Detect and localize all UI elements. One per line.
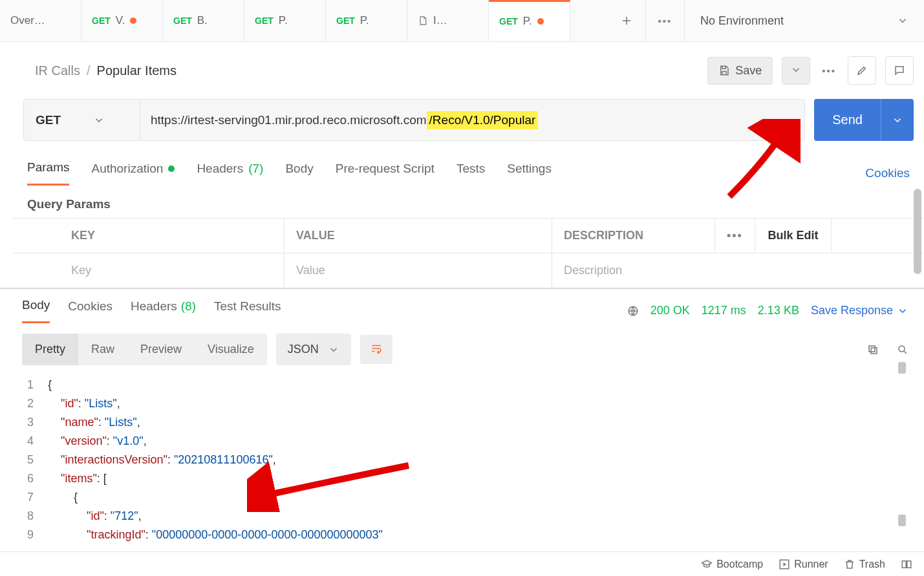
svg-rect-5 — [902, 560, 906, 568]
tab-authorization[interactable]: Authorization — [91, 162, 175, 185]
view-preview[interactable]: Preview — [127, 334, 195, 365]
wrap-icon — [371, 343, 382, 354]
chevron-down-icon — [897, 15, 908, 27]
request-tab[interactable]: GETP. — [326, 0, 407, 41]
response-size: 2.13 KB — [758, 304, 799, 317]
pencil-icon — [856, 65, 868, 76]
bulk-edit-button[interactable]: Bulk Edit — [755, 219, 832, 253]
body-format-selector[interactable]: JSON — [276, 334, 351, 365]
environment-label: No Environment — [700, 14, 784, 28]
param-value-input[interactable]: Value — [285, 253, 552, 288]
chevron-down-icon — [328, 344, 339, 356]
comment-icon — [894, 65, 905, 76]
request-tab[interactable]: GETP. — [489, 0, 570, 41]
graduation-icon — [701, 559, 713, 570]
view-raw[interactable]: Raw — [78, 334, 127, 365]
dots-icon: ••• — [658, 16, 672, 27]
view-pretty[interactable]: Pretty — [22, 334, 78, 365]
tab-settings[interactable]: Settings — [507, 162, 552, 185]
tab-body[interactable]: Body — [285, 162, 313, 185]
query-params-heading: Query Params — [13, 186, 924, 218]
unsaved-dot-icon — [130, 17, 136, 24]
col-options[interactable]: ••• — [715, 219, 755, 253]
view-visualize[interactable]: Visualize — [195, 334, 267, 365]
dots-icon: ••• — [822, 65, 836, 76]
save-button[interactable]: Save — [707, 57, 773, 85]
svg-point-3 — [899, 346, 905, 352]
wrap-lines-button[interactable] — [360, 335, 392, 364]
svg-rect-1 — [871, 348, 877, 354]
body-view-segmented: Pretty Raw Preview Visualize — [22, 334, 267, 365]
tab-tests[interactable]: Tests — [457, 162, 485, 185]
param-key-input[interactable]: Key — [13, 253, 285, 288]
save-options-button[interactable] — [782, 57, 810, 85]
file-icon — [418, 16, 428, 26]
cookies-link[interactable]: Cookies — [865, 166, 910, 180]
params-table: KEY VALUE DESCRIPTION ••• Bulk Edit Key … — [13, 218, 924, 288]
panes-icon — [901, 559, 912, 570]
status-dot-icon — [168, 165, 175, 172]
request-tab[interactable]: GETP. — [244, 0, 326, 41]
search-icon[interactable] — [897, 344, 908, 356]
footer-runner[interactable]: Runner — [779, 559, 828, 570]
footer-panes[interactable] — [901, 559, 912, 570]
request-tab[interactable]: Over… — [0, 0, 81, 41]
resp-tab-headers[interactable]: Headers (8) — [131, 299, 196, 323]
plus-icon — [621, 15, 632, 27]
resp-tab-cookies[interactable]: Cookies — [68, 299, 113, 323]
chevron-down-icon — [790, 64, 802, 76]
trash-icon — [844, 559, 855, 570]
breadcrumb: IR Calls / Popular Items — [35, 63, 177, 78]
save-icon — [718, 65, 730, 76]
dots-icon: ••• — [727, 229, 743, 242]
scrollbar-thumb[interactable] — [914, 189, 921, 274]
send-options-button[interactable] — [881, 99, 914, 141]
resp-tab-body[interactable]: Body — [22, 298, 50, 323]
tabs-overflow-button[interactable]: ••• — [646, 0, 685, 41]
col-value: VALUE — [285, 219, 552, 253]
play-icon — [779, 559, 790, 570]
edit-documentation-button[interactable] — [848, 56, 876, 85]
col-key: KEY — [13, 219, 285, 253]
comments-button[interactable] — [885, 56, 914, 85]
save-response-button[interactable]: Save Response — [811, 304, 908, 317]
globe-icon[interactable] — [627, 305, 639, 317]
unsaved-dot-icon — [537, 18, 544, 25]
new-tab-button[interactable] — [607, 0, 646, 41]
request-actions-more[interactable]: ••• — [819, 60, 839, 81]
url-highlight: /Reco/V1.0/Popular — [427, 111, 539, 129]
footer-bootcamp[interactable]: Bootcamp — [701, 559, 763, 570]
scrollbar-marker — [898, 362, 906, 374]
environment-selector[interactable]: No Environment — [685, 0, 924, 41]
col-desc: DESCRIPTION — [552, 219, 715, 253]
status-code: 200 OK — [650, 304, 690, 317]
tab-prerequest[interactable]: Pre-request Script — [336, 162, 435, 185]
request-url-input[interactable]: https://irtest-serving01.mir.prod.reco.m… — [140, 100, 804, 140]
tab-headers[interactable]: Headers (7) — [197, 162, 263, 185]
chevron-down-icon — [897, 305, 908, 317]
tab-params[interactable]: Params — [27, 160, 69, 186]
breadcrumb-collection[interactable]: IR Calls — [35, 63, 80, 78]
http-method-selector[interactable]: GET — [24, 100, 140, 140]
status-bar: Bootcamp Runner Trash — [0, 551, 924, 576]
scrollbar-marker — [898, 515, 906, 526]
footer-trash[interactable]: Trash — [844, 559, 885, 570]
resp-tab-testresults[interactable]: Test Results — [214, 299, 281, 323]
svg-rect-6 — [907, 560, 911, 568]
send-button[interactable]: Send — [814, 99, 881, 141]
request-tab[interactable]: GETB. — [163, 0, 244, 41]
breadcrumb-request: Popular Items — [97, 63, 177, 78]
chevron-down-icon — [892, 114, 903, 126]
param-desc-input[interactable]: Description — [552, 253, 924, 288]
request-tab[interactable]: I… — [407, 0, 489, 41]
chevron-down-icon — [93, 114, 105, 126]
response-time: 1217 ms — [702, 304, 746, 317]
svg-rect-2 — [869, 346, 875, 352]
copy-icon[interactable] — [867, 344, 879, 356]
request-tab[interactable]: GETV. — [81, 0, 163, 41]
response-body-editor[interactable]: 1{2 "id": "Lists",3 "name": "Lists",4 "v… — [0, 372, 924, 544]
